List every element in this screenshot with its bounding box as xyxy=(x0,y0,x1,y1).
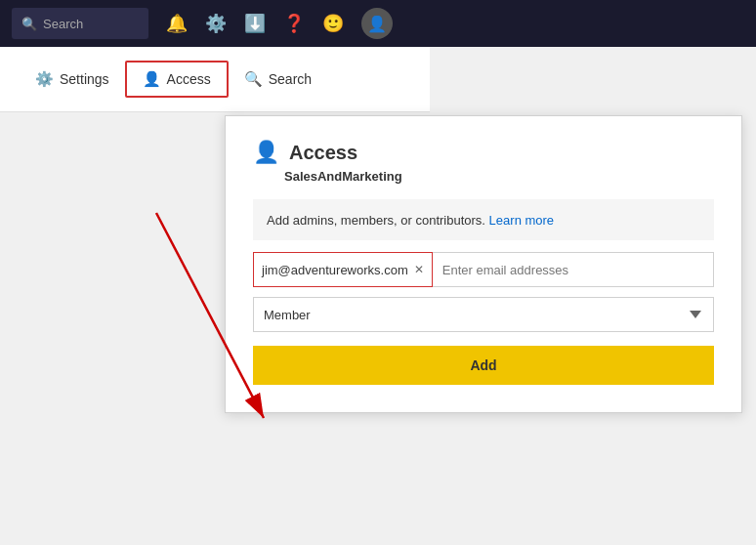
access-description-text: Add admins, members, or contributors. xyxy=(267,213,485,228)
access-subtitle: SalesAndMarketing xyxy=(284,169,714,184)
emoji-icon[interactable]: 🙂 xyxy=(322,13,344,34)
access-nav-item[interactable]: 👤 Access xyxy=(125,61,229,98)
topbar-icons: 🔔 ⚙️ ⬇️ ❓ 🙂 👤 xyxy=(166,8,393,39)
help-icon[interactable]: ❓ xyxy=(283,13,305,34)
access-description: Add admins, members, or contributors. Le… xyxy=(267,213,554,228)
add-button[interactable]: Add xyxy=(253,346,714,385)
access-nav-label: Access xyxy=(167,71,211,87)
access-description-area: Add admins, members, or contributors. Le… xyxy=(253,199,714,240)
settings-icon[interactable]: ⚙️ xyxy=(205,13,227,34)
topbar: 🔍 Search 🔔 ⚙️ ⬇️ ❓ 🙂 👤 xyxy=(0,0,756,47)
main-area: ⚙️ Settings 👤 Access 🔍 Search 👤 Access S… xyxy=(0,47,756,545)
access-title: Access xyxy=(289,142,357,164)
avatar-icon: 👤 xyxy=(367,15,387,33)
global-search-box[interactable]: 🔍 Search xyxy=(12,8,148,39)
role-select[interactable]: Member Admin Contributor xyxy=(253,297,714,332)
search-icon: 🔍 xyxy=(21,17,37,31)
search-nav-icon: 🔍 xyxy=(244,70,263,88)
email-input[interactable] xyxy=(433,252,714,287)
settings-nav-item[interactable]: ⚙️ Settings xyxy=(20,63,125,96)
search-label: Search xyxy=(43,17,83,31)
bell-icon[interactable]: 🔔 xyxy=(166,13,188,34)
learn-more-link[interactable]: Learn more xyxy=(489,213,554,228)
search-nav-label: Search xyxy=(269,71,312,87)
download-icon[interactable]: ⬇️ xyxy=(244,13,266,34)
settings-nav-icon: ⚙️ xyxy=(35,70,54,88)
role-select-row: Member Admin Contributor xyxy=(253,297,714,332)
email-tag[interactable]: jim@adventureworks.com ✕ xyxy=(253,252,433,287)
search-nav-item[interactable]: 🔍 Search xyxy=(229,63,327,96)
access-title-row: 👤 Access xyxy=(253,140,714,165)
settings-nav-label: Settings xyxy=(60,71,109,87)
sub-nav-panel: ⚙️ Settings 👤 Access 🔍 Search xyxy=(0,47,430,112)
access-title-icon: 👤 xyxy=(253,140,279,165)
email-tag-text: jim@adventureworks.com xyxy=(262,263,408,277)
email-row: jim@adventureworks.com ✕ xyxy=(253,252,714,287)
avatar[interactable]: 👤 xyxy=(361,8,393,39)
access-nav-icon: 👤 xyxy=(143,70,161,88)
access-dialog: 👤 Access SalesAndMarketing Add admins, m… xyxy=(225,115,742,413)
email-tag-close-icon[interactable]: ✕ xyxy=(414,263,424,276)
